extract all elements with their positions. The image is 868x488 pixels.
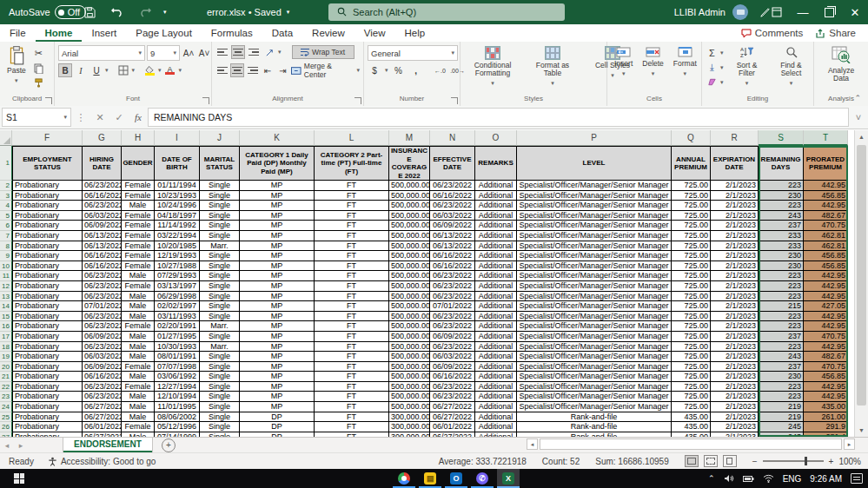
- cell-G7[interactable]: 06/13/2022: [83, 231, 122, 241]
- cell-O6[interactable]: Additional: [475, 221, 517, 231]
- cell-F2[interactable]: Probationary: [12, 181, 83, 191]
- decrease-indent-icon[interactable]: ⇤: [261, 63, 274, 77]
- cell-Q19[interactable]: 725.00: [672, 352, 711, 362]
- cell-F9[interactable]: Probationary: [12, 251, 83, 261]
- cell-S4[interactable]: 223: [759, 201, 804, 211]
- cell-T12[interactable]: 442.95: [804, 281, 848, 292]
- cell-N21[interactable]: 06/16/2022: [430, 372, 475, 382]
- analyze-data-button[interactable]: Analyze Data: [818, 45, 865, 83]
- cell-F12[interactable]: Probationary: [12, 281, 83, 292]
- cell-M5[interactable]: 500,000.00: [389, 211, 430, 221]
- cell-F23[interactable]: Probationary: [12, 392, 83, 402]
- cell-F17[interactable]: Probationary: [12, 332, 83, 342]
- cell-M7[interactable]: 500,000.00: [389, 231, 430, 241]
- cell-S24[interactable]: 219: [759, 402, 804, 412]
- cell-Q8[interactable]: 725.00: [672, 241, 711, 252]
- cell-J10[interactable]: Single: [200, 261, 240, 272]
- cell-K14[interactable]: MP: [240, 301, 315, 312]
- font-color-icon[interactable]: A: [163, 63, 177, 77]
- header-cell-S1[interactable]: REMAINING DAYS: [759, 146, 804, 181]
- cell-L6[interactable]: FT: [315, 221, 389, 231]
- cell-S19[interactable]: 243: [759, 352, 804, 362]
- page-break-view-button[interactable]: [723, 455, 737, 467]
- cell-R25[interactable]: 2/1/2023: [711, 412, 759, 423]
- cell-R19[interactable]: 2/1/2023: [711, 352, 759, 362]
- cell-T20[interactable]: 470.75: [804, 362, 848, 373]
- cell-O7[interactable]: Additional: [475, 231, 517, 241]
- cell-I19[interactable]: 08/01/1991: [155, 352, 200, 362]
- format-as-table-button[interactable]: Format as Table▾: [524, 45, 581, 88]
- column-header-N[interactable]: N: [430, 130, 475, 146]
- cell-R14[interactable]: 2/1/2023: [711, 301, 759, 312]
- header-cell-P1[interactable]: LEVEL: [517, 146, 672, 181]
- cell-I6[interactable]: 11/14/1992: [155, 221, 200, 231]
- clipboard-dialog-launcher-icon[interactable]: [45, 97, 52, 104]
- column-header-P[interactable]: P: [517, 130, 672, 146]
- comma-format-icon[interactable]: ,: [409, 63, 423, 77]
- cell-K25[interactable]: DP: [240, 412, 315, 423]
- cell-Q22[interactable]: 725.00: [672, 382, 711, 392]
- align-top-icon[interactable]: [215, 45, 229, 59]
- cell-K7[interactable]: MP: [240, 231, 315, 241]
- cell-L3[interactable]: FT: [315, 191, 389, 201]
- cell-R7[interactable]: 2/1/2023: [711, 231, 759, 241]
- horizontal-scroll-thumb[interactable]: [540, 439, 842, 450]
- cell-P18[interactable]: Specialist/Officer/Manager/Senior Manage…: [517, 342, 672, 353]
- cell-O9[interactable]: Additional: [475, 251, 517, 261]
- cell-S20[interactable]: 237: [759, 362, 804, 373]
- cell-F21[interactable]: Probationary: [12, 372, 83, 382]
- cell-O21[interactable]: Additional: [475, 372, 517, 382]
- align-middle-icon[interactable]: [231, 45, 245, 59]
- row-header-19[interactable]: 19: [0, 352, 12, 362]
- cell-S7[interactable]: 233: [759, 231, 804, 241]
- taskbar-notes-icon[interactable]: ▤: [419, 469, 441, 488]
- cell-L2[interactable]: FT: [315, 181, 389, 191]
- cell-L14[interactable]: FT: [315, 301, 389, 312]
- cell-R4[interactable]: 2/1/2023: [711, 201, 759, 211]
- cell-G9[interactable]: 06/16/2022: [83, 251, 122, 261]
- tab-data[interactable]: Data: [262, 24, 302, 42]
- scroll-up-icon[interactable]: ▲: [855, 130, 868, 143]
- column-header-Q[interactable]: Q: [672, 130, 711, 146]
- cell-O3[interactable]: Additional: [475, 191, 517, 201]
- cell-N9[interactable]: 06/16/2022: [430, 251, 475, 261]
- cell-P26[interactable]: Rank-and-file: [517, 422, 672, 432]
- underline-button[interactable]: U: [89, 63, 103, 77]
- cell-K13[interactable]: MP: [240, 292, 315, 302]
- horizontal-scrollbar[interactable]: ◂ ▸: [527, 439, 855, 450]
- cell-L15[interactable]: FT: [315, 312, 389, 322]
- column-header-R[interactable]: R: [711, 130, 759, 146]
- cell-Q16[interactable]: 725.00: [672, 321, 711, 332]
- cell-M25[interactable]: 300,000.00: [389, 412, 430, 423]
- cell-P4[interactable]: Specialist/Officer/Manager/Senior Manage…: [517, 201, 672, 211]
- cell-F6[interactable]: Probationary: [12, 221, 83, 231]
- cell-Q18[interactable]: 725.00: [672, 342, 711, 353]
- cell-M11[interactable]: 500,000.00: [389, 271, 430, 281]
- cell-O25[interactable]: Additional: [475, 412, 517, 423]
- cell-M10[interactable]: 500,000.00: [389, 261, 430, 272]
- cell-S21[interactable]: 230: [759, 372, 804, 382]
- cell-F4[interactable]: Probationary: [12, 201, 83, 211]
- cell-H20[interactable]: Female: [122, 362, 155, 373]
- cell-Q25[interactable]: 435.00: [672, 412, 711, 423]
- decrease-font-icon[interactable]: A˅: [197, 46, 211, 60]
- row-header-14[interactable]: 14: [0, 301, 12, 312]
- cell-L20[interactable]: FT: [315, 362, 389, 373]
- cell-L12[interactable]: FT: [315, 281, 389, 292]
- cell-M19[interactable]: 500,000.00: [389, 352, 430, 362]
- cell-R20[interactable]: 2/1/2023: [711, 362, 759, 373]
- cell-O24[interactable]: Additional: [475, 402, 517, 412]
- cell-M6[interactable]: 500,000.00: [389, 221, 430, 231]
- column-header-H[interactable]: H: [122, 130, 155, 146]
- cell-T15[interactable]: 442.95: [804, 312, 848, 322]
- cell-J3[interactable]: Single: [200, 191, 240, 201]
- share-button[interactable]: Share: [815, 28, 856, 38]
- cell-L22[interactable]: FT: [315, 382, 389, 392]
- tab-formulas[interactable]: Formulas: [202, 24, 262, 42]
- cell-S9[interactable]: 230: [759, 251, 804, 261]
- cell-J23[interactable]: Single: [200, 392, 240, 402]
- cell-I21[interactable]: 03/06/1992: [155, 372, 200, 382]
- cell-Q20[interactable]: 725.00: [672, 362, 711, 373]
- cell-M26[interactable]: 300,000.00: [389, 422, 430, 432]
- cell-L18[interactable]: FT: [315, 342, 389, 353]
